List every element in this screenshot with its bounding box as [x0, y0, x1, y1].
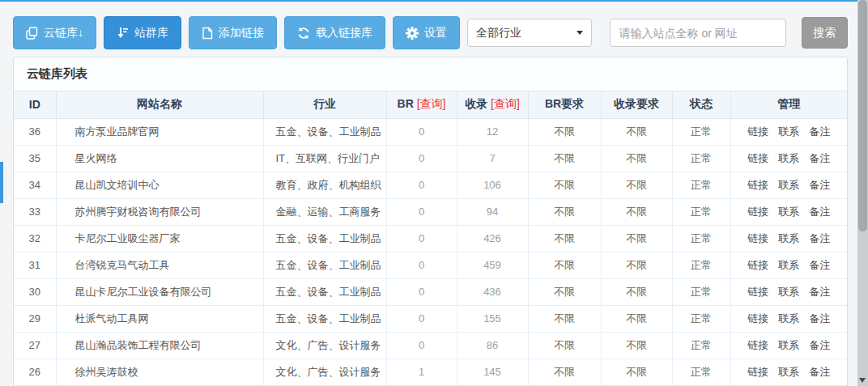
action-link[interactable]: 备注 [809, 205, 830, 219]
action-link[interactable]: 备注 [809, 365, 830, 380]
action-link[interactable]: 链接 [747, 338, 768, 353]
cell-included-requirement: 不限 [601, 252, 672, 278]
action-link[interactable]: 备注 [809, 338, 830, 353]
cell-included: 459 [457, 252, 528, 278]
cell-industry: 金融、运输、工商服务 [263, 198, 386, 225]
cell-included: 436 [457, 278, 528, 305]
cell-included-requirement: 不限 [601, 332, 672, 358]
table-row: 35 星火网络 IT、互联网、行业门户 0 7 不限 不限 正常 链接联系备注 [14, 145, 847, 172]
cell-id: 31 [14, 252, 56, 278]
cell-included-requirement: 不限 [601, 172, 672, 198]
action-link[interactable]: 备注 [809, 312, 830, 326]
cell-included: 155 [457, 305, 528, 332]
cloud-link-library-button[interactable]: 云链库↓ [13, 16, 96, 49]
top-accent-bar [0, 0, 857, 2]
scrollbar-thumb[interactable] [858, 0, 867, 231]
cell-br-requirement: 不限 [528, 252, 601, 278]
cell-actions: 链接联系备注 [730, 358, 847, 385]
action-link[interactable]: 联系 [778, 178, 799, 193]
action-link[interactable]: 链接 [747, 151, 768, 166]
table-header-row: ID 网站名称 行业 BR [查询] 收录 [查询] BR要求 收录要求 状态 … [14, 91, 847, 118]
action-link[interactable]: 链接 [747, 258, 768, 273]
cell-br-requirement: 不限 [528, 198, 601, 225]
cell-br-requirement: 不限 [528, 145, 601, 172]
cell-br: 0 [386, 172, 457, 198]
cell-br: 1 [386, 358, 457, 385]
action-link[interactable]: 链接 [747, 178, 768, 193]
site-group-library-button[interactable]: 站群库 [104, 16, 181, 49]
cell-br: 0 [386, 278, 457, 305]
cell-site-name: 台湾锐克马气动工具 [56, 252, 263, 278]
action-link[interactable]: 联系 [778, 365, 799, 380]
search-button[interactable]: 搜索 [802, 17, 848, 49]
action-link[interactable]: 链接 [747, 125, 768, 139]
action-link[interactable]: 链接 [747, 231, 768, 246]
vertical-scrollbar[interactable] [857, 0, 868, 386]
cell-actions: 链接联系备注 [730, 118, 847, 145]
action-link[interactable]: 备注 [809, 231, 830, 246]
toolbar: 云链库↓ 站群库 添加链接 [13, 16, 848, 49]
col-header-id: ID [14, 91, 56, 118]
br-query-link[interactable]: [查询] [417, 97, 446, 110]
site-search-input[interactable] [610, 19, 786, 47]
cell-included: 94 [457, 198, 528, 225]
cell-status: 正常 [672, 225, 730, 252]
add-link-button[interactable]: 添加链接 [189, 16, 277, 49]
load-link-library-button[interactable]: 载入链接库 [284, 16, 385, 49]
cell-included: 12 [457, 118, 528, 145]
scrollbar-down-arrow-icon[interactable] [859, 378, 866, 383]
cell-site-name: 卡尼尔工业吸尘器厂家 [56, 225, 263, 252]
action-link[interactable]: 联系 [778, 151, 799, 166]
cell-included-requirement: 不限 [601, 145, 672, 172]
link-table: ID 网站名称 行业 BR [查询] 收录 [查询] BR要求 收录要求 状态 … [14, 91, 847, 386]
cell-br-requirement: 不限 [528, 225, 601, 252]
cell-actions: 链接联系备注 [730, 332, 847, 358]
action-link[interactable]: 链接 [747, 205, 768, 219]
cell-status: 正常 [672, 198, 730, 225]
cell-industry: 五金、设备、工业制品 [263, 225, 386, 252]
table-row: 31 台湾锐克马气动工具 五金、设备、工业制品 0 459 不限 不限 正常 链… [14, 252, 847, 278]
action-link[interactable]: 备注 [809, 258, 830, 273]
action-link[interactable]: 链接 [747, 285, 768, 299]
site-group-library-label: 站群库 [134, 26, 168, 40]
load-link-library-label: 载入链接库 [316, 26, 372, 40]
chevron-down-icon [577, 31, 583, 35]
cell-included-requirement: 不限 [601, 225, 672, 252]
action-link[interactable]: 链接 [747, 365, 768, 380]
action-link[interactable]: 联系 [778, 205, 799, 219]
cell-br: 0 [386, 305, 457, 332]
action-link[interactable]: 备注 [809, 178, 830, 193]
included-query-link[interactable]: [查询] [491, 97, 520, 110]
cell-actions: 链接联系备注 [730, 252, 847, 278]
action-link[interactable]: 联系 [778, 231, 799, 246]
col-header-included: 收录 [查询] [457, 91, 528, 118]
action-link[interactable]: 联系 [778, 312, 799, 326]
cell-included: 145 [457, 358, 528, 385]
cell-industry: 文化、广告、设计服务 [263, 332, 386, 358]
action-link[interactable]: 备注 [809, 151, 830, 166]
action-link[interactable]: 联系 [778, 338, 799, 353]
action-link[interactable]: 联系 [778, 258, 799, 273]
cell-included: 86 [457, 332, 528, 358]
cell-site-name: 徐州吴涛鼓校 [56, 358, 263, 385]
action-link[interactable]: 备注 [809, 125, 830, 139]
cell-br: 0 [386, 118, 457, 145]
industry-filter-select[interactable]: 全部行业 [467, 19, 592, 47]
refresh-icon [297, 27, 310, 40]
cell-site-name: 南方泵业品牌官网 [56, 118, 263, 145]
col-header-br-req: BR要求 [528, 91, 601, 118]
cell-industry: 五金、设备、工业制品 [263, 252, 386, 278]
action-link[interactable]: 联系 [778, 285, 799, 299]
cell-status: 正常 [672, 252, 730, 278]
col-header-name: 网站名称 [56, 91, 263, 118]
action-link[interactable]: 链接 [747, 312, 768, 326]
action-link[interactable]: 联系 [778, 125, 799, 139]
action-link[interactable]: 备注 [809, 285, 830, 299]
settings-button[interactable]: 设置 [393, 16, 460, 49]
cell-included-requirement: 不限 [601, 305, 672, 332]
cell-id: 26 [14, 358, 56, 385]
cell-industry: 教育、政府、机构组织 [263, 172, 386, 198]
cell-actions: 链接联系备注 [730, 172, 847, 198]
copy-icon [26, 27, 38, 40]
file-icon [202, 27, 213, 40]
